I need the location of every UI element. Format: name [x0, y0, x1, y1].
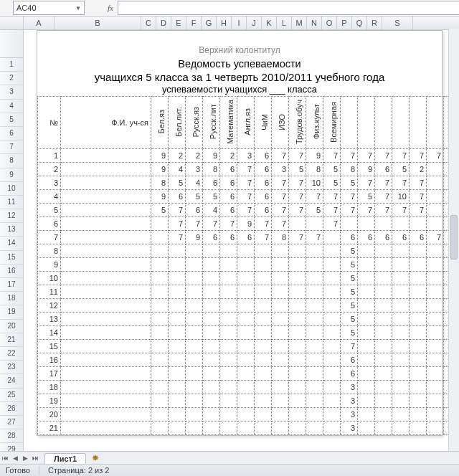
cell-grade[interactable] [203, 258, 220, 272]
cell-grade[interactable]: 6 [186, 204, 203, 217]
cell-grade[interactable] [272, 408, 289, 422]
cell-grade[interactable] [151, 217, 169, 231]
cell-grade[interactable] [237, 326, 255, 340]
cell-grade[interactable]: 7 [341, 340, 358, 353]
cell-grade[interactable] [306, 381, 323, 394]
cell-grade[interactable] [289, 285, 306, 299]
cell-grade[interactable] [323, 272, 341, 285]
cell-grade[interactable] [289, 381, 306, 394]
cell-grade[interactable] [427, 176, 444, 190]
vertical-scrollbar[interactable] [448, 29, 459, 452]
cell-grade[interactable] [272, 244, 289, 258]
table-row[interactable]: 3854667677105577776,5 [38, 176, 460, 190]
cell-no[interactable]: 11 [38, 285, 61, 299]
cell-grade[interactable] [151, 408, 169, 422]
cell-no[interactable]: 15 [38, 340, 61, 353]
cell-grade[interactable]: 10 [392, 190, 410, 204]
cell-grade[interactable] [358, 422, 375, 435]
cell-grade[interactable]: 7 [255, 217, 272, 231]
cell-grade[interactable] [151, 367, 169, 381]
column-header-G[interactable]: G [202, 16, 217, 29]
table-row[interactable]: 1766,0 [38, 367, 460, 381]
column-header-P[interactable]: P [337, 16, 352, 29]
cell-grade[interactable]: 7 [341, 190, 358, 204]
column-header-D[interactable]: D [156, 16, 171, 29]
cell-grade[interactable]: 5 [341, 258, 358, 272]
cell-grade[interactable] [151, 272, 169, 285]
cell-no[interactable]: 12 [38, 299, 61, 313]
tab-nav-next-icon[interactable]: ▶ [20, 454, 30, 462]
cell-grade[interactable] [358, 258, 375, 272]
cell-grade[interactable] [203, 408, 220, 422]
cell-no[interactable]: 17 [38, 367, 61, 381]
cell-grade[interactable]: 3 [341, 381, 358, 394]
cell-grade[interactable] [203, 313, 220, 326]
cell-grade[interactable] [392, 340, 410, 353]
cell-grade[interactable] [237, 422, 255, 435]
cell-no[interactable]: 20 [38, 408, 61, 422]
cell-grade[interactable]: 7 [289, 204, 306, 217]
cell-grade[interactable] [410, 313, 427, 326]
cell-grade[interactable] [186, 244, 203, 258]
cell-grade[interactable]: 7 [272, 176, 289, 190]
cell-grade[interactable] [410, 258, 427, 272]
cell-grade[interactable] [410, 367, 427, 381]
cell-grade[interactable]: 6 [375, 163, 392, 176]
cell-no[interactable]: 13 [38, 313, 61, 326]
cell-grade[interactable] [375, 244, 392, 258]
cell-grade[interactable] [186, 394, 203, 408]
table-row[interactable]: 1455,0 [38, 326, 460, 340]
table-row[interactable]: 1836,0 [38, 381, 460, 394]
cell-fio[interactable] [61, 381, 151, 394]
cell-grade[interactable]: 7 [237, 163, 255, 176]
cell-grade[interactable] [237, 244, 255, 258]
cell-fio[interactable] [61, 285, 151, 299]
cell-grade[interactable] [306, 408, 323, 422]
cell-no[interactable]: 1 [38, 149, 61, 163]
column-header-C[interactable]: C [141, 16, 156, 29]
cell-grade[interactable]: 5 [341, 313, 358, 326]
cell-grade[interactable] [392, 326, 410, 340]
table-row[interactable]: 1155,0 [38, 285, 460, 299]
cell-grade[interactable] [203, 326, 220, 340]
cell-grade[interactable] [203, 285, 220, 299]
cell-grade[interactable]: 7 [237, 204, 255, 217]
cell-fio[interactable] [61, 394, 151, 408]
cell-grade[interactable] [169, 285, 186, 299]
cell-grade[interactable] [306, 313, 323, 326]
cell-grade[interactable] [306, 394, 323, 408]
cell-grade[interactable] [272, 285, 289, 299]
cell-grade[interactable] [255, 244, 272, 258]
column-header-R[interactable]: R [367, 16, 382, 29]
cell-grade[interactable]: 3 [341, 408, 358, 422]
cell-grade[interactable] [358, 367, 375, 381]
cell-grade[interactable] [306, 326, 323, 340]
cell-grade[interactable]: 9 [151, 149, 169, 163]
cell-grade[interactable] [375, 367, 392, 381]
cell-grade[interactable] [186, 326, 203, 340]
cell-grade[interactable] [392, 258, 410, 272]
cell-grade[interactable] [272, 381, 289, 394]
cell-grade[interactable] [186, 381, 203, 394]
cell-grade[interactable] [272, 394, 289, 408]
cell-grade[interactable]: 5 [323, 163, 341, 176]
cell-grade[interactable]: 6 [203, 231, 220, 244]
cell-grade[interactable] [289, 258, 306, 272]
cell-grade[interactable] [237, 258, 255, 272]
cell-grade[interactable]: 7 [410, 190, 427, 204]
cell-grade[interactable] [272, 340, 289, 353]
cell-grade[interactable] [169, 326, 186, 340]
cell-grade[interactable] [255, 285, 272, 299]
cell-fio[interactable] [61, 258, 151, 272]
cell-grade[interactable]: 7 [186, 217, 203, 231]
column-header-E[interactable]: E [171, 16, 186, 29]
cell-grade[interactable] [289, 394, 306, 408]
cell-fio[interactable] [61, 367, 151, 381]
cell-grade[interactable] [375, 408, 392, 422]
cell-grade[interactable]: 6 [341, 353, 358, 367]
cell-grade[interactable] [410, 381, 427, 394]
cell-grade[interactable]: 5 [341, 244, 358, 258]
column-header-B[interactable]: B [55, 16, 141, 29]
row-header-16[interactable]: 16 [0, 265, 23, 278]
cell-grade[interactable] [151, 258, 169, 272]
